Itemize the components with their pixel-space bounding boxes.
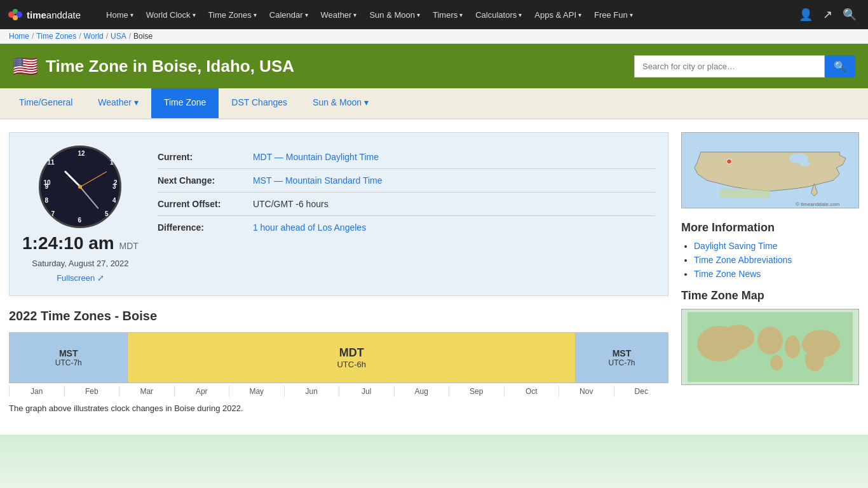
- nav-world-clock[interactable]: World Clock ▾: [140, 0, 202, 29]
- breadcrumb-boise: Boise: [133, 32, 153, 41]
- nav-weather-arrow: ▾: [353, 11, 356, 18]
- account-button[interactable]: 👤: [794, 0, 818, 29]
- fullscreen-link[interactable]: Fullscreen ⤢: [57, 273, 104, 283]
- nav-apps-api[interactable]: Apps & API ▾: [528, 0, 588, 29]
- breadcrumb-world[interactable]: World: [84, 32, 104, 41]
- nav-calendar[interactable]: Calendar ▾: [263, 0, 315, 29]
- world-map-svg: [688, 312, 853, 382]
- nav-appsapi-arrow: ▾: [578, 11, 581, 18]
- clock-date: Saturday, August 27, 2022: [32, 259, 128, 268]
- info-offset-value: UTC/GMT -6 hours: [253, 199, 329, 209]
- top-navigation: timeanddate Home ▾ World Clock ▾ Time Zo…: [0, 0, 868, 29]
- clock-num-7: 7: [51, 210, 55, 217]
- month-jan: Jan: [9, 386, 64, 397]
- digital-time: 1:24:10 am MDT: [22, 233, 139, 254]
- svg-point-13: [785, 336, 800, 358]
- clock-num-5: 5: [105, 210, 109, 217]
- nav-sun-moon[interactable]: Sun & Moon ▾: [363, 0, 426, 29]
- nav-freefun-arrow: ▾: [630, 11, 633, 18]
- breadcrumb-timezones[interactable]: Time Zones: [36, 32, 76, 41]
- info-row-current: Current: MDT — Mountain Daylight Time: [158, 146, 655, 169]
- clock-num-11: 11: [47, 159, 54, 166]
- dst-link[interactable]: Daylight Saving Time: [694, 241, 778, 251]
- next-change-link[interactable]: MST — Mountain Standard Time: [253, 175, 383, 186]
- breadcrumb-sep1: /: [32, 32, 34, 41]
- nav-home[interactable]: Home ▾: [100, 0, 140, 29]
- search-input[interactable]: [634, 55, 825, 78]
- nav-timers-arrow: ▾: [459, 11, 463, 18]
- tz-bar-mst1: MST UTC-7h: [10, 333, 128, 383]
- breadcrumb-usa[interactable]: USA: [111, 32, 126, 41]
- svg-point-17: [770, 355, 783, 370]
- breadcrumb-home[interactable]: Home: [9, 32, 29, 41]
- difference-link[interactable]: 1 hour ahead of Los Angeles: [253, 222, 366, 233]
- search-box[interactable]: 🔍: [634, 55, 855, 78]
- month-may: May: [229, 386, 284, 397]
- list-item-abbrev: Time Zone Abbreviations: [694, 255, 859, 265]
- month-mar: Mar: [119, 386, 174, 397]
- tab-sun-moon[interactable]: Sun & Moon ▾: [300, 88, 381, 118]
- nav-time-zones[interactable]: Time Zones ▾: [202, 0, 263, 29]
- month-apr: Apr: [174, 386, 229, 397]
- main-content: 12 1 2 3 4 5 6 7 8 9 10 11: [0, 119, 868, 435]
- svg-rect-8: [720, 189, 770, 198]
- logo-icon: [6, 8, 24, 21]
- clock-num-4: 4: [112, 197, 116, 204]
- month-sep: Sep: [449, 386, 504, 397]
- tz-news-link[interactable]: Time Zone News: [694, 269, 761, 279]
- tab-weather-arrow: ▾: [134, 97, 139, 107]
- title-area: 🇺🇸 Time Zone in Boise, Idaho, USA: [13, 54, 294, 78]
- share-button[interactable]: ↗: [818, 0, 837, 29]
- month-feb: Feb: [64, 386, 119, 397]
- list-item-news: Time Zone News: [694, 269, 859, 279]
- logo-area[interactable]: timeanddate: [6, 8, 81, 21]
- info-offset-label: Current Offset:: [158, 199, 247, 209]
- breadcrumb-sep4: /: [129, 32, 131, 41]
- analog-clock: 12 1 2 3 4 5 6 7 8 9 10 11: [39, 146, 121, 228]
- month-aug: Aug: [394, 386, 449, 397]
- tz-bar-mdt: MDT UTC-6h: [128, 333, 576, 383]
- clock-num-1: 1: [110, 159, 114, 166]
- logo-label: timeanddate: [27, 10, 81, 20]
- svg-point-16: [805, 348, 824, 371]
- current-tz-link[interactable]: MDT — Mountain Daylight Time: [253, 152, 379, 162]
- info-next-label: Next Change:: [158, 175, 247, 186]
- page-header: 🇺🇸 Time Zone in Boise, Idaho, USA 🔍: [0, 44, 868, 88]
- tz-chart: MST UTC-7h MDT UTC-6h MST UTC-7h Jan Feb…: [9, 332, 668, 397]
- tz-map-title: Time Zone Map: [681, 289, 859, 302]
- info-diff-label: Difference:: [158, 222, 247, 233]
- info-current-value: MDT — Mountain Daylight Time: [253, 152, 379, 162]
- breadcrumb-sep3: /: [106, 32, 108, 41]
- tab-time-general[interactable]: Time/General: [6, 88, 85, 118]
- nav-timezones-arrow: ▾: [254, 11, 257, 18]
- flag-icon: 🇺🇸: [13, 54, 38, 78]
- month-oct: Oct: [504, 386, 559, 397]
- tab-weather[interactable]: Weather ▾: [85, 88, 151, 118]
- us-map: © timeanddate.com: [681, 132, 859, 208]
- abbreviations-link[interactable]: Time Zone Abbreviations: [694, 255, 792, 265]
- info-current-label: Current:: [158, 152, 247, 162]
- nav-timers[interactable]: Timers ▾: [426, 0, 469, 29]
- tab-sunmoon-arrow: ▾: [364, 97, 369, 107]
- svg-point-7: [726, 159, 731, 164]
- tz-bar-mst2: MST UTC-7h: [576, 333, 668, 383]
- tz-map-placeholder: [681, 309, 859, 385]
- nav-home-arrow: ▾: [130, 11, 133, 18]
- list-item-dst: Daylight Saving Time: [694, 241, 859, 251]
- tab-time-zone[interactable]: Time Zone: [151, 88, 219, 118]
- more-info-title: More Information: [681, 221, 859, 234]
- minute-hand: [80, 186, 99, 209]
- tz-graph-desc: The graph above illustrates clock change…: [9, 403, 668, 413]
- nav-calculators[interactable]: Calculators ▾: [469, 0, 528, 29]
- nav-free-fun[interactable]: Free Fun ▾: [588, 0, 639, 29]
- search-submit-button[interactable]: 🔍: [825, 55, 855, 78]
- nav-weather[interactable]: Weather ▾: [315, 0, 363, 29]
- svg-point-14: [722, 325, 754, 350]
- search-button[interactable]: 🔍: [837, 0, 862, 29]
- info-diff-value: 1 hour ahead of Los Angeles: [253, 222, 366, 233]
- month-jul: Jul: [339, 386, 394, 397]
- tab-dst-changes[interactable]: DST Changes: [219, 88, 300, 118]
- info-next-value: MST — Mountain Standard Time: [253, 175, 383, 186]
- page-title: Time Zone in Boise, Idaho, USA: [46, 57, 294, 76]
- nav-worldclock-arrow: ▾: [193, 11, 196, 18]
